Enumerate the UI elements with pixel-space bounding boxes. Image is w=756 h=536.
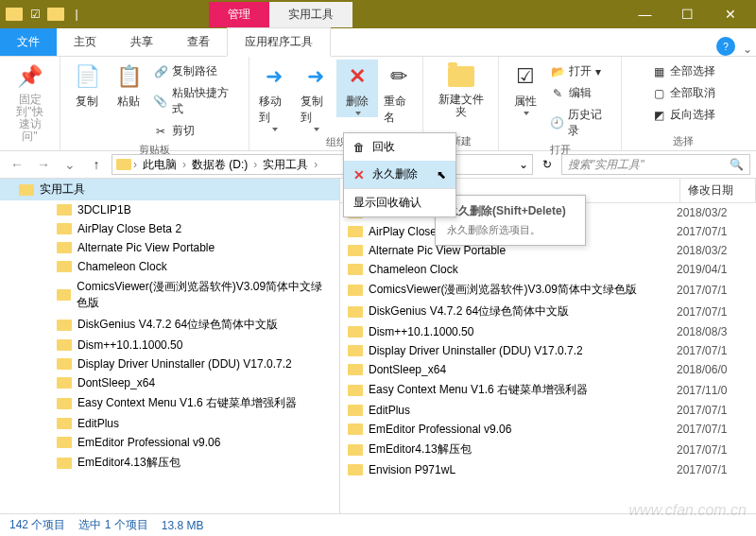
tab-app-tools[interactable]: 应用程序工具 [227,27,331,57]
tree-item[interactable]: EmEditor4.13解压包 [0,452,339,474]
folder-icon [348,444,363,456]
paste-button[interactable]: 📋粘贴 [108,60,149,112]
tree-item[interactable]: Easy Context Menu V1.6 右键菜单增强利器 [0,392,339,414]
copy-to-button[interactable]: ➜复制到 [295,60,336,133]
list-item[interactable]: Chameleon Clock2019/04/1 [340,260,756,279]
tree-item[interactable]: Display Driver Uninstaller (DDU) V17.0.7… [0,354,339,373]
folder-icon [57,223,72,234]
breadcrumb-folder[interactable]: 实用工具 [259,157,312,173]
list-item[interactable]: Dism++10.1.1000.502018/08/3 [340,322,756,341]
tree-item[interactable]: 3DCLIP1B [0,200,339,219]
edit-button[interactable]: ✎编辑 [546,83,615,103]
folder-icon [348,385,363,396]
tree-item[interactable]: Dism++10.1.1000.50 [0,336,339,354]
list-item[interactable]: EmEditor Professional v9.062017/07/1 [340,420,756,439]
folder-icon [57,437,72,448]
navigation-tree[interactable]: 实用工具3DCLIP1BAirPlay Close Beta 2Alternat… [0,179,340,513]
folder-icon[interactable] [5,5,24,24]
list-item[interactable]: Envision P971wL2017/07/1 [340,460,756,479]
tab-file[interactable]: 文件 [0,28,57,56]
tree-root[interactable]: 实用工具 [0,179,339,200]
pin-quick-access-button[interactable]: 📌固定到"快速访问" [6,60,54,145]
status-bar: 142 个项目 选中 1 个项目 13.8 MB [0,513,756,536]
help-icon[interactable]: ? [716,37,735,56]
close-button[interactable]: ✕ [709,0,751,28]
tree-item[interactable]: DontSleep_x64 [0,373,339,392]
breadcrumb-drive[interactable]: 数据卷 (D:) [188,157,251,173]
list-item[interactable]: EmEditor4.13解压包2017/07/1 [340,439,756,460]
list-item[interactable]: ComicsViewer(漫画浏览器软件)V3.09简体中文绿色版2017/07… [340,279,756,301]
tree-item[interactable]: DiskGenius V4.7.2 64位绿色简体中文版 [0,314,339,336]
tree-item[interactable]: Chameleon Clock [0,257,339,276]
properties-button[interactable]: ☑属性 [505,60,546,117]
tab-view[interactable]: 查看 [170,28,227,56]
select-none-button[interactable]: ▢全部取消 [647,83,719,103]
folder-icon [57,339,72,351]
delete-button[interactable]: ✕删除 [336,60,378,117]
menu-recycle[interactable]: 🗑回收 [344,133,455,161]
folder-icon [19,184,34,196]
tree-item[interactable]: EditPlus [0,414,339,433]
menu-permanent-delete[interactable]: ✕永久删除⬉ [344,161,455,188]
folder-icon [348,285,363,296]
refresh-button[interactable]: ↻ [537,158,558,171]
folder-icon [57,320,72,331]
content-area: 实用工具3DCLIP1BAirPlay Close Beta 2Alternat… [0,178,756,513]
search-input[interactable]: 搜索"实用工具"🔍 [561,154,750,175]
folder-icon [348,424,363,435]
list-item[interactable]: Display Driver Uninstaller (DDU) V17.0.7… [340,341,756,360]
selection-info: 选中 1 个项目 [78,517,147,533]
quick-access-toolbar: ☑ | [5,5,86,24]
breadcrumb[interactable]: › 此电脑 › 数据卷 (D:) › 实用工具 › ⌄ [112,154,533,175]
new-folder-button[interactable]: 新建文件夹 [429,60,492,120]
back-button[interactable]: ← [6,154,28,175]
folder-icon [348,226,363,237]
rename-button[interactable]: ✏重命名 [378,60,420,128]
menu-show-confirm[interactable]: 显示回收确认 [344,189,455,216]
open-button[interactable]: 📂打开▾ [546,61,615,81]
folder-icon [348,245,363,256]
minimize-button[interactable]: — [624,0,666,28]
list-item[interactable]: EditPlus2017/07/1 [340,401,756,420]
tree-item[interactable]: ComicsViewer(漫画浏览器软件)V3.09简体中文绿色版 [0,276,339,314]
breadcrumb-pc[interactable]: 此电脑 [139,157,180,173]
copy-path-button[interactable]: 🔗复制路径 [149,61,243,81]
forward-button[interactable]: → [32,154,55,175]
collapse-ribbon-icon[interactable]: ⌄ [743,43,752,56]
column-date[interactable]: 修改日期 [680,179,756,202]
maximize-button[interactable]: ☐ [666,0,709,28]
tree-item[interactable]: Alternate Pic View Portable [0,238,339,257]
paste-shortcut-button[interactable]: 📎粘贴快捷方式 [149,83,243,119]
tree-item[interactable]: EmEditor Professional v9.06 [0,433,339,452]
recent-button[interactable]: ⌄ [59,154,81,175]
folder-icon [57,289,71,301]
copy-button[interactable]: 📄复制 [66,60,108,112]
list-item[interactable]: Easy Context Menu V1.6 右键菜单增强利器2017/11/0 [340,379,756,401]
list-item[interactable]: DiskGenius V4.7.2 64位绿色简体中文版2017/07/1 [340,301,756,322]
folder-icon [57,418,72,429]
select-all-button[interactable]: ▦全部选择 [647,61,719,81]
selection-size: 13.8 MB [162,519,204,532]
folder-icon [57,398,72,409]
list-item[interactable]: DontSleep_x642018/06/0 [340,360,756,379]
checklist-icon[interactable]: ☑ [26,5,44,24]
dropdown-icon[interactable]: ⌄ [519,158,528,171]
folder-icon[interactable] [46,5,65,24]
cut-button[interactable]: ✂剪切 [149,121,243,141]
up-button[interactable]: ↑ [85,154,108,175]
history-button[interactable]: 🕘历史记录 [546,105,615,141]
folder-icon [57,458,72,469]
move-to-button[interactable]: ➜移动到 [253,60,295,133]
tree-item[interactable]: AirPlay Close Beta 2 [0,219,339,238]
folder-icon [348,326,363,337]
x-icon: ✕ [353,167,365,182]
folder-icon [57,242,72,253]
tab-share[interactable]: 共享 [113,28,170,56]
folder-icon [348,264,363,275]
ribbon-tabs: 文件 主页 共享 查看 应用程序工具 ? ⌄ [0,28,756,57]
invert-selection-button[interactable]: ◩反向选择 [647,105,719,125]
folder-icon [348,345,363,356]
tab-home[interactable]: 主页 [57,28,113,56]
folder-icon [348,405,363,416]
context-tab-manage[interactable]: 管理 [209,2,269,27]
